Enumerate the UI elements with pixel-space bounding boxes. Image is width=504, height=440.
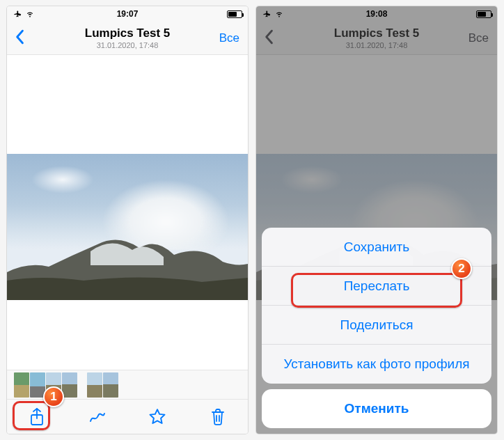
nav-bar: Lumpics Test 5 31.01.2020, 17:48 Все	[7, 22, 248, 55]
share-button[interactable]	[19, 403, 54, 431]
action-forward[interactable]: Переслать	[262, 267, 491, 306]
action-set-profile-photo[interactable]: Установить как фото профиля	[262, 345, 491, 384]
thumbnail[interactable]	[14, 372, 29, 398]
nav-subtitle: 31.01.2020, 17:48	[85, 41, 171, 49]
thumbnail[interactable]	[62, 372, 77, 398]
thumbnail-strip[interactable]	[7, 370, 248, 399]
thumbnail[interactable]	[87, 372, 102, 398]
action-cancel[interactable]: Отменить	[262, 389, 491, 428]
phone-screen-left: 19:07 Lumpics Test 5 31.01.2020, 17:48 В…	[7, 6, 248, 434]
status-bar: 19:07	[7, 6, 248, 22]
thumbnail-group-2[interactable]	[87, 372, 118, 398]
action-share[interactable]: Поделиться	[262, 306, 491, 345]
trash-button[interactable]	[200, 403, 235, 431]
back-button[interactable]	[14, 29, 25, 47]
thumbnail-group-1[interactable]	[14, 372, 77, 398]
draw-button[interactable]	[80, 403, 115, 431]
nav-title: Lumpics Test 5	[85, 26, 171, 40]
thumbnail[interactable]	[30, 372, 45, 398]
thumbnail[interactable]	[103, 372, 118, 398]
action-save[interactable]: Сохранить	[262, 228, 491, 267]
photo-viewer[interactable]	[7, 55, 248, 399]
battery-icon	[227, 10, 242, 18]
airplane-mode-icon	[13, 8, 22, 20]
photo-main	[7, 154, 248, 300]
status-time: 19:07	[117, 9, 139, 19]
star-button[interactable]	[140, 403, 175, 431]
phone-screen-right: 19:08 Lumpics Test 5 31.01.2020, 17:48 В…	[256, 6, 497, 434]
bottom-toolbar	[7, 399, 248, 434]
action-sheet: Сохранить Переслать Поделиться Установит…	[262, 228, 491, 428]
all-button[interactable]: Все	[219, 31, 239, 45]
wifi-icon	[25, 8, 35, 20]
thumbnail[interactable]	[46, 372, 61, 398]
